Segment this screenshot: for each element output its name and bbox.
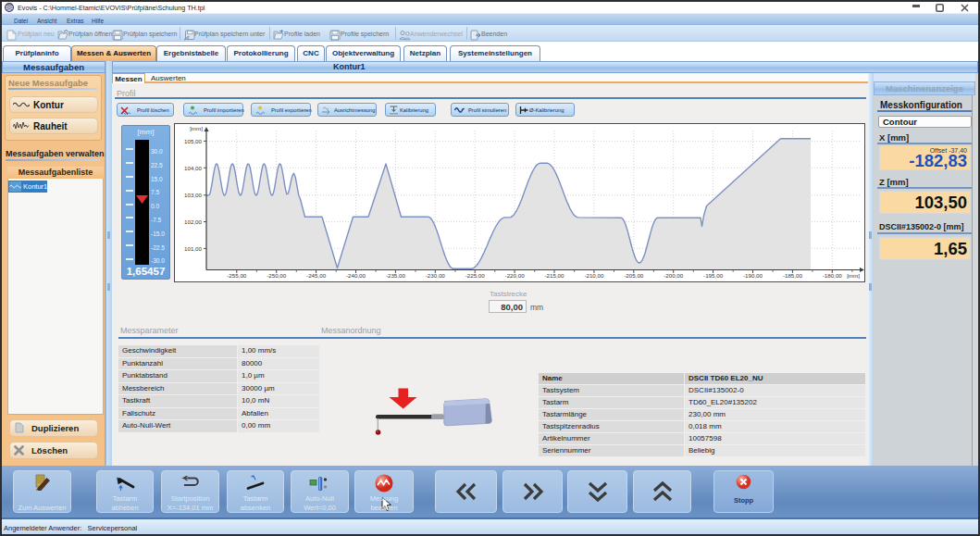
svg-text:-245,00: -245,00 xyxy=(306,272,327,279)
svg-text:[mm]: [mm] xyxy=(847,272,860,279)
svg-text:-190,00: -190,00 xyxy=(743,272,763,279)
svg-text:-240,00: -240,00 xyxy=(346,272,366,279)
svg-text:-225,00: -225,00 xyxy=(465,272,486,279)
svg-text:101,00: 101,00 xyxy=(184,245,202,252)
svg-text:105,00: 105,00 xyxy=(184,138,202,144)
svg-text:-230,00: -230,00 xyxy=(426,272,446,279)
svg-text:[mm]: [mm] xyxy=(190,125,203,131)
svg-text:102,00: 102,00 xyxy=(184,218,202,225)
svg-text:103,00: 103,00 xyxy=(184,192,202,198)
svg-text:-180,00: -180,00 xyxy=(823,272,843,279)
svg-text:-250,00: -250,00 xyxy=(267,272,287,279)
svg-text:-200,00: -200,00 xyxy=(664,272,684,279)
svg-text:104,00: 104,00 xyxy=(184,165,202,171)
svg-text:-220,00: -220,00 xyxy=(505,272,526,279)
svg-text:-195,00: -195,00 xyxy=(703,272,724,279)
svg-text:-185,00: -185,00 xyxy=(783,272,803,279)
svg-text:-210,00: -210,00 xyxy=(584,272,604,279)
svg-text:-215,00: -215,00 xyxy=(545,272,565,279)
svg-text:-255,00: -255,00 xyxy=(227,272,247,279)
svg-text:-235,00: -235,00 xyxy=(386,272,406,279)
svg-text:-205,00: -205,00 xyxy=(624,272,644,279)
